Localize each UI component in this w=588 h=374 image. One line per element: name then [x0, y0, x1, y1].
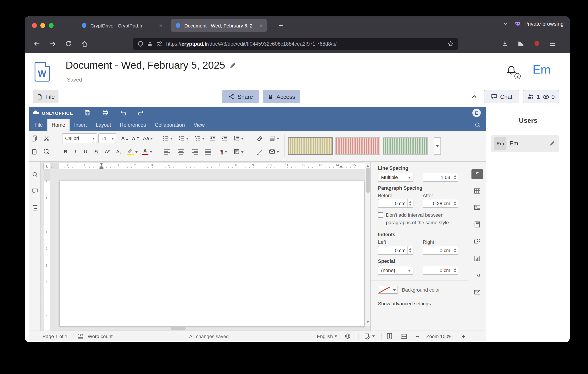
right-indent-marker[interactable]	[339, 164, 343, 167]
maximize-window-button[interactable]	[49, 23, 54, 28]
vertical-scrollbar[interactable]	[365, 162, 370, 326]
multilevel-list-button[interactable]	[192, 133, 207, 143]
select-all-icon[interactable]	[42, 147, 51, 156]
undo-icon[interactable]	[118, 108, 128, 117]
font-name-select[interactable]: Calibri	[62, 133, 97, 143]
page-color-button[interactable]	[267, 133, 281, 143]
spacing-after-spinner[interactable]: 0.28 cm	[423, 199, 458, 208]
find-icon[interactable]	[31, 170, 40, 179]
reload-button[interactable]	[63, 38, 74, 50]
menu-icon[interactable]	[547, 38, 559, 50]
italic-button[interactable]: I	[71, 147, 80, 156]
increase-indent-icon[interactable]	[219, 133, 230, 143]
spin-down[interactable]	[409, 251, 412, 254]
no-interval-checkbox[interactable]	[378, 212, 383, 218]
language-globe-icon[interactable]	[345, 331, 350, 341]
font-color-button[interactable]: A	[140, 147, 154, 156]
chart-settings-icon[interactable]	[472, 253, 483, 263]
save-icon[interactable]	[82, 108, 93, 117]
underline-button[interactable]: U	[81, 147, 90, 156]
indent-right-spinner[interactable]: 0 cm	[423, 246, 458, 255]
justify-icon[interactable]	[202, 147, 213, 156]
styles-gallery-expand-button[interactable]	[434, 137, 441, 155]
browser-tab-document[interactable]: Document - Wed, February 5, 2 ×	[171, 19, 267, 32]
change-case-icon[interactable]: Aa	[141, 133, 155, 143]
advanced-settings-link[interactable]: Show advanced settings	[378, 301, 431, 306]
subscript-button[interactable]: A₂	[114, 147, 124, 156]
file-menu-button[interactable]: File	[33, 90, 59, 103]
spin-down[interactable]	[454, 251, 456, 254]
increase-font-icon[interactable]: A	[120, 133, 130, 143]
menu-tab-collaboration[interactable]: Collaboration	[150, 119, 189, 131]
highlight-color-button[interactable]	[125, 147, 139, 156]
permissions-icon[interactable]	[157, 41, 163, 47]
account-avatar[interactable]: Em	[533, 63, 551, 77]
indent-left-spinner[interactable]: 0 cm	[378, 246, 413, 255]
align-center-icon[interactable]	[176, 147, 186, 156]
style-thumbnail-3[interactable]	[383, 137, 428, 155]
horizontal-ruler[interactable]: 21123456789101112131415	[51, 163, 365, 169]
spin-up[interactable]	[454, 174, 456, 177]
align-right-icon[interactable]	[189, 147, 200, 156]
url-bar[interactable]: https://cryptpad.fr/doc/#/3/doc/edit/ff0…	[133, 38, 458, 50]
spin-down[interactable]	[454, 271, 456, 274]
minimize-window-button[interactable]	[40, 23, 45, 28]
special-spinner[interactable]: 0 cm	[423, 266, 458, 275]
style-thumbnail-1[interactable]	[288, 137, 333, 155]
edit-title-pencil-icon[interactable]	[230, 62, 236, 69]
comments-icon[interactable]	[31, 187, 40, 195]
background-color-dropdown[interactable]	[391, 286, 398, 294]
tab-overflow-chevron-icon[interactable]	[503, 21, 508, 27]
zoom-in-button[interactable]: +	[462, 331, 465, 341]
paragraph-settings-icon[interactable]: ¶	[472, 169, 483, 179]
spin-up[interactable]	[454, 200, 456, 203]
menu-tab-file[interactable]: File	[30, 119, 47, 131]
paste-icon[interactable]	[29, 147, 39, 156]
access-button[interactable]: Access	[263, 90, 300, 103]
document-canvas[interactable]: L 21123456789101112131415 21123456	[41, 162, 370, 331]
browser-tab-cryptdrive[interactable]: CryptDrive - CryptPad.fr ×	[77, 19, 167, 32]
line-spacing-spinner[interactable]: 1.08	[423, 173, 458, 182]
user-list-item[interactable]: Em Em	[491, 135, 559, 152]
line-spacing-button[interactable]	[231, 133, 245, 143]
spacing-before-spinner[interactable]: 0 cm	[378, 199, 413, 208]
headerfooter-settings-icon[interactable]	[472, 219, 483, 229]
spin-up[interactable]	[409, 247, 412, 250]
notifications-bell-button[interactable]: 2	[506, 65, 519, 78]
image-settings-icon[interactable]	[472, 203, 483, 212]
ublock-icon[interactable]	[531, 38, 543, 50]
copy-style-icon[interactable]	[254, 147, 265, 156]
table-settings-icon[interactable]	[472, 186, 483, 196]
word-count-label[interactable]: Word count	[88, 331, 113, 341]
textart-settings-icon[interactable]: Ta	[472, 270, 483, 280]
scroll-up-arrow[interactable]	[367, 164, 369, 167]
numbered-list-button[interactable]	[176, 133, 190, 143]
zoom-out-button[interactable]: −	[416, 331, 419, 341]
lock-icon[interactable]	[147, 41, 153, 47]
spin-down[interactable]	[454, 178, 456, 181]
collaborator-badge[interactable]: E	[472, 109, 481, 117]
bookmark-star-icon[interactable]	[448, 41, 454, 47]
tracking-shield-icon[interactable]	[137, 41, 144, 47]
spin-up[interactable]	[454, 267, 456, 270]
special-select[interactable]: (none)	[378, 266, 413, 275]
redo-icon[interactable]	[135, 108, 146, 117]
document-language[interactable]: English	[317, 331, 337, 341]
document-page[interactable]	[59, 181, 365, 327]
clear-style-icon[interactable]	[254, 133, 265, 143]
vertical-scroll-thumb[interactable]	[366, 168, 370, 193]
style-thumbnail-2[interactable]	[336, 137, 380, 155]
font-size-select[interactable]: 11	[98, 133, 116, 143]
vertical-ruler[interactable]: 21123456	[44, 169, 50, 331]
close-tab-icon[interactable]: ×	[259, 22, 263, 29]
horizontal-scroll-thumb[interactable]	[171, 327, 186, 330]
close-window-button[interactable]	[32, 23, 37, 28]
line-spacing-select[interactable]: Multiple	[378, 173, 413, 182]
left-indent-marker[interactable]	[99, 167, 104, 169]
nonprinting-chars-button[interactable]: ¶	[217, 147, 231, 156]
back-button[interactable]	[31, 38, 42, 50]
print-icon[interactable]	[100, 108, 110, 117]
shape-settings-icon[interactable]	[472, 236, 483, 246]
menu-tab-insert[interactable]: Insert	[70, 119, 91, 131]
tab-stop-selector[interactable]: L	[43, 163, 51, 169]
